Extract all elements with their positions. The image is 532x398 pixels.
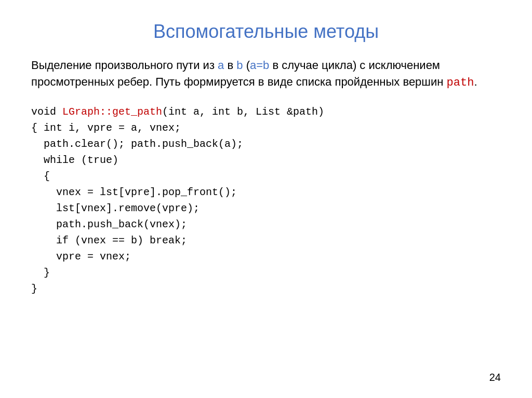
- desc-before-a: Выделение произвольного пути из: [31, 59, 218, 72]
- desc-paren-open: (: [243, 59, 250, 72]
- description-paragraph: Выделение произвольного пути из a в b (a…: [31, 57, 501, 91]
- desc-between: в: [224, 59, 236, 72]
- code-func-name: LGraph::get_path: [62, 106, 162, 118]
- slide-title: Вспомогательные методы: [31, 21, 501, 43]
- code-line-4: while (true): [31, 152, 501, 168]
- code-line-12: }: [31, 281, 501, 297]
- code-line-1: void LGraph::get_path(int a, int b, List…: [31, 104, 501, 120]
- code-params: (int a, int b, List &path): [162, 106, 324, 118]
- code-void: void: [31, 106, 62, 118]
- code-line-9: if (vnex == b) break;: [31, 232, 501, 249]
- code-line-8: path.push_back(vnex);: [31, 216, 501, 232]
- desc-period: .: [474, 75, 477, 88]
- code-line-11: }: [31, 265, 501, 281]
- code-line-3: path.clear(); path.push_back(a);: [31, 136, 501, 152]
- desc-ab: a=b: [250, 59, 269, 72]
- desc-a: a: [218, 59, 224, 72]
- code-block: void LGraph::get_path(int a, int b, List…: [31, 104, 501, 297]
- desc-b: b: [236, 59, 243, 72]
- page-number: 24: [489, 372, 501, 383]
- slide: Вспомогательные методы Выделение произво…: [0, 0, 532, 398]
- code-line-2: { int i, vpre = a, vnex;: [31, 120, 501, 136]
- desc-path: path: [447, 76, 474, 89]
- code-line-7: lst[vnex].remove(vpre);: [31, 200, 501, 216]
- code-line-6: vnex = lst[vpre].pop_front();: [31, 184, 501, 200]
- code-line-10: vpre = vnex;: [31, 249, 501, 265]
- code-line-5: {: [31, 168, 501, 184]
